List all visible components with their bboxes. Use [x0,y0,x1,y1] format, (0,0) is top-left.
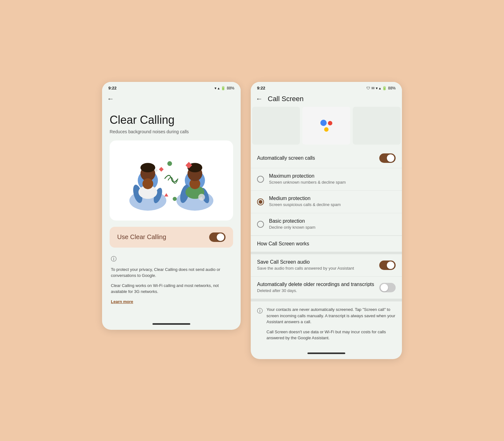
info-icon-row: ⓘ [111,255,232,263]
svg-point-21 [155,169,158,172]
auto-delete-toggle[interactable] [379,283,396,292]
page-subtitle-left: Reduces background noises during calls [110,129,233,134]
footer-info: ⓘ Your contacts are never automatically … [251,301,402,346]
audio-settings-list: Save Call Screen audio Save the audio fr… [251,254,402,299]
max-title: Maximum protection [269,173,396,179]
learn-more-link[interactable]: Learn more [111,299,133,304]
footer-texts: Your contacts are never automatically sc… [266,306,396,341]
medium-text: Medium protection Screen suspicious call… [269,196,396,208]
email-icon: ✉ [371,86,375,90]
image-tab-2[interactable] [302,107,350,145]
maximum-protection-row[interactable]: Maximum protection Screen unknown number… [251,168,402,191]
svg-marker-22 [164,193,169,197]
svg-point-18 [173,197,177,201]
svg-point-17 [167,161,172,166]
status-icons-right: 🛡 ✉ ▾ ▴ 🔋 88% [366,86,396,90]
auto-delete-row: Automatically delete older recordings an… [251,277,402,299]
status-bar-right: 9:22 🛡 ✉ ▾ ▴ 🔋 88% [251,82,402,92]
nav-bar-right: ← Call Screen [251,92,402,107]
svg-point-7 [142,179,153,189]
how-works-row[interactable]: How Call Screen works [251,236,402,252]
status-bar-left: 9:22 ▾ ▴ 🔋 88% [102,82,241,92]
svg-point-20 [198,194,205,201]
basic-subtitle: Decline only known spam [269,225,396,230]
basic-protection-row[interactable]: Basic protection Decline only known spam [251,213,402,236]
section-divider-1 [251,252,402,254]
back-button-left[interactable]: ← [107,95,114,103]
screens-container: 9:22 ▾ ▴ 🔋 88% ← Clear Calling Reduces b… [102,82,402,359]
dot-red [328,121,332,125]
clear-calling-toggle[interactable] [209,232,226,242]
status-icons-left: ▾ ▴ 🔋 88% [215,86,234,90]
auto-screen-label: Automatically screen calls [257,155,315,161]
use-clear-calling-card: Use Clear Calling [110,227,233,248]
battery-percent: 88% [227,86,234,90]
save-audio-row: Save Call Screen audio Save the audio fr… [251,254,402,277]
settings-list: Automatically screen calls Maximum prote… [251,148,402,252]
battery-percent-right: 88% [388,86,396,90]
page-title-left: Clear Calling [110,113,233,127]
dot-yellow [324,127,329,132]
medium-protection-row[interactable]: Medium protection Screen suspicious call… [251,191,402,213]
time-right: 9:22 [257,86,265,90]
left-content: Clear Calling Reduces background noises … [102,107,241,317]
save-audio-title: Save Call Screen audio [257,259,379,265]
svg-rect-19 [159,167,163,172]
basic-title: Basic protection [269,218,396,224]
medium-title: Medium protection [269,196,396,201]
auto-delete-title: Automatically delete older recordings an… [257,282,379,287]
image-tabs [251,107,402,148]
medium-radio-inner [259,200,262,204]
google-assistant-icon [318,120,335,132]
basic-text: Basic protection Decline only known spam [269,218,396,230]
time-left: 9:22 [108,86,117,90]
calling-illustration [121,147,222,214]
info-text-2: Clear Calling works on Wi-Fi calling and… [111,283,232,295]
footer-text-1: Your contacts are never automatically sc… [266,306,396,325]
footer-text-2: Call Screen doesn't use data or Wi-Fi bu… [266,329,396,341]
save-audio-toggle[interactable] [379,261,396,270]
home-indicator-left [152,323,190,325]
max-radio[interactable] [257,176,264,183]
illustration-card [110,140,233,220]
clear-calling-screen: 9:22 ▾ ▴ 🔋 88% ← Clear Calling Reduces b… [102,82,241,330]
medium-subtitle: Screen suspicious calls & decline spam [269,202,396,208]
wifi-icon: ▾ [215,86,216,90]
nav-bar-left: ← [102,92,241,107]
save-audio-text: Save Call Screen audio Save the audio fr… [257,259,379,271]
dot-blue [320,120,327,126]
page-title-right: Call Screen [268,95,304,103]
basic-radio[interactable] [257,221,264,228]
battery-icon-right: 🔋 [382,86,387,90]
call-screen-screen: 9:22 🛡 ✉ ▾ ▴ 🔋 88% ← Call Screen [251,82,402,359]
auto-screen-row: Automatically screen calls [251,148,402,168]
toggle-label: Use Clear Calling [117,233,166,241]
battery-icon: 🔋 [221,86,226,90]
info-text-1: To protect your privacy, Clear Calling d… [111,266,232,279]
save-audio-subtitle: Save the audio from calls answered by yo… [257,266,379,271]
how-works-link[interactable]: How Call Screen works [257,241,309,246]
max-text: Maximum protection Screen unknown number… [269,173,396,185]
auto-delete-text: Automatically delete older recordings an… [257,282,379,294]
section-divider-2 [251,299,402,301]
back-button-right[interactable]: ← [256,95,263,103]
footer-info-icon: ⓘ [257,307,263,315]
image-tab-1[interactable] [252,107,300,145]
svg-point-5 [140,163,155,173]
signal-icon: ▴ [218,86,220,90]
auto-screen-toggle[interactable] [379,153,396,163]
info-icon: ⓘ [111,255,117,263]
info-section: ⓘ To protect your privacy, Clear Calling… [110,255,233,304]
shield-icon: 🛡 [366,86,370,90]
medium-radio[interactable] [257,198,264,205]
auto-delete-subtitle: Deleted after 30 days. [257,288,379,294]
wifi-icon-right: ▾ [376,86,378,90]
max-subtitle: Screen unknown numbers & decline spam [269,180,396,185]
home-indicator-right [307,352,345,354]
signal-icon-right: ▴ [379,86,381,90]
image-tab-3[interactable] [353,107,401,145]
